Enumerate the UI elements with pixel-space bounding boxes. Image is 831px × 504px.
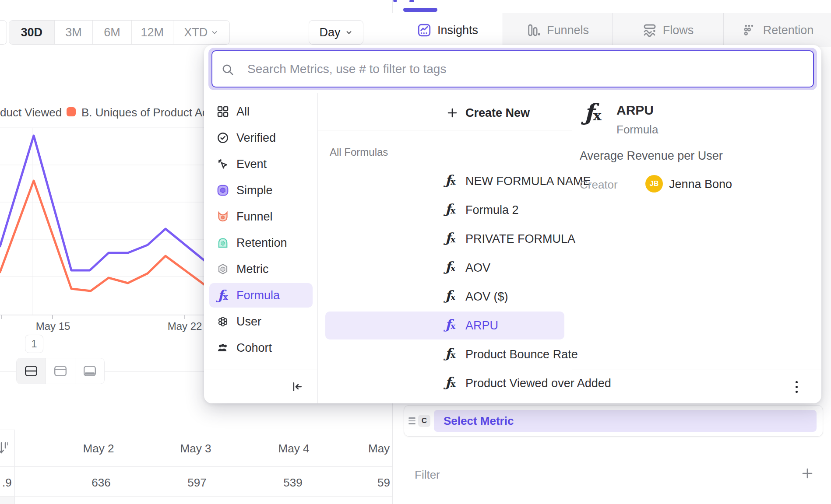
formula-list-item[interactable]: ƒx Formula 2 (317, 196, 572, 224)
sidebar-item-event[interactable]: Event (204, 151, 317, 177)
sidebar-item-cohort[interactable]: Cohort (204, 335, 317, 361)
table-header-cell[interactable]: May 4 (250, 442, 338, 455)
insights-chart-icon (417, 23, 432, 38)
formula-name: Formula 2 (465, 203, 519, 217)
formula-section-title: All Formulas (330, 146, 388, 158)
retention-dots-icon (743, 23, 757, 38)
select-metric-button[interactable]: Select Metric (434, 410, 817, 432)
cohort-people-icon (216, 341, 230, 355)
layout-chart-only-button[interactable] (46, 358, 75, 384)
clipped-toolbar-button[interactable] (0, 20, 7, 45)
formula-list-item[interactable]: ƒx AOV (317, 253, 572, 282)
select-metric-label: Select Metric (444, 414, 514, 428)
formula-list-item[interactable]: ƒx Product Bounce Rate (317, 340, 572, 369)
sidebar-item-all[interactable]: All (204, 98, 317, 125)
sidebar-item-label: Cohort (236, 341, 272, 355)
sidebar-item-user[interactable]: User (204, 308, 317, 335)
formula-name: NEW FORMULA NAME (465, 175, 591, 188)
pagination-page-button[interactable]: 1 (25, 335, 43, 353)
active-tab-indicator (403, 8, 437, 12)
sidebar-item-label: Funnel (236, 210, 273, 224)
table-header-cell[interactable]: May 2 (55, 442, 142, 455)
table-header-cell[interactable]: May 3 (152, 442, 239, 455)
table-next-row-fragment (0, 497, 14, 504)
layout-switcher (16, 358, 105, 384)
fx-icon: ƒx (445, 231, 455, 245)
range-3m-label: 3M (65, 26, 82, 39)
simple-metric-icon (216, 183, 230, 197)
drag-handle-icon[interactable] (408, 417, 416, 424)
formula-list-item[interactable]: ƒx PRIVATE FORMULA (317, 224, 572, 253)
fx-icon: ƒx (445, 318, 455, 331)
tab-retention[interactable]: Retention (723, 13, 831, 47)
range-xtd-button[interactable]: XTD (173, 21, 229, 44)
search-placeholder: Search Metrics, use # to filter to tags (247, 51, 446, 88)
formula-list-item[interactable]: ƒx AOV ($) (317, 282, 572, 311)
creator-label: Creator (580, 178, 618, 192)
sidebar-footer-divider (204, 370, 317, 370)
legend-swatch-b[interactable] (67, 107, 76, 116)
table-cell-clipped: .9 (2, 476, 12, 490)
formula-detail-type: Formula (616, 123, 658, 136)
detail-footer-divider (572, 370, 821, 370)
legend-item-a-label[interactable]: duct Viewed (0, 106, 62, 119)
range-12m-button[interactable]: 12M (132, 21, 173, 44)
tab-flows[interactable]: Flows (612, 13, 723, 47)
chevron-down-icon (345, 28, 353, 36)
create-new-label: Create New (465, 106, 530, 120)
tab-insights[interactable]: Insights (392, 13, 503, 47)
formula-list-item[interactable]: ƒx NEW FORMULA NAME (317, 167, 572, 196)
sidebar-item-formula[interactable]: ƒx Formula (204, 282, 317, 308)
tab-insights-label: Insights (437, 24, 478, 37)
toolbar-divider (0, 44, 392, 44)
layout-split-rows-button[interactable] (17, 358, 46, 384)
formula-name: PRIVATE FORMULA (465, 232, 575, 246)
funnels-bars-icon (526, 23, 541, 38)
legend-item-b-label[interactable]: B. Uniques of Product Add (81, 106, 215, 119)
table-header-cell-clipped[interactable]: May (368, 442, 390, 455)
collapse-sidebar-icon[interactable] (291, 380, 304, 393)
range-12m-label: 12M (141, 26, 164, 39)
user-flower-icon (216, 315, 230, 329)
sidebar-item-label: Formula (236, 289, 280, 302)
granularity-dropdown[interactable]: Day (309, 20, 363, 45)
granularity-label: Day (319, 26, 340, 39)
sidebar-item-verified[interactable]: Verified (204, 125, 317, 151)
range-6m-button[interactable]: 6M (93, 21, 132, 44)
layout-table-only-button[interactable] (75, 358, 104, 384)
formula-list-item-selected[interactable]: ƒx ARPU (317, 311, 572, 340)
sidebar-item-metric[interactable]: Metric (204, 256, 317, 282)
range-30d-button[interactable]: 30D (9, 21, 55, 44)
formula-list-item[interactable]: ƒx Product Viewed over Added (317, 369, 572, 398)
create-new-button[interactable]: Create New (317, 98, 572, 127)
fx-icon: ƒx (445, 203, 455, 216)
fx-icon: ƒx (445, 289, 455, 302)
formula-name: ARPU (465, 319, 498, 332)
sidebar-item-simple[interactable]: Simple (204, 177, 317, 203)
metric-hexagon-icon (216, 262, 230, 276)
sidebar-item-retention[interactable]: Retention (204, 230, 317, 256)
formula-name: Product Viewed over Added (465, 377, 611, 390)
more-options-button[interactable] (794, 381, 799, 393)
creator-name: Jenna Bono (669, 178, 732, 191)
list-divider (317, 130, 572, 130)
formula-detail-description: Average Revenue per User (580, 149, 723, 163)
table-sort-icon[interactable] (0, 440, 8, 457)
sidebar-item-label: Retention (236, 236, 287, 250)
tab-funnels[interactable]: Funnels (503, 13, 612, 47)
tab-retention-label: Retention (763, 24, 814, 37)
add-filter-button[interactable] (800, 466, 814, 480)
clause-letter: C (422, 416, 427, 425)
metric-search-input[interactable]: Search Metrics, use # to filter to tags (211, 50, 814, 88)
avatar: JB (645, 175, 663, 192)
sidebar-item-funnel[interactable]: Funnel (204, 203, 317, 230)
page-number: 1 (31, 338, 37, 350)
formula-detail-fx-icon: ƒx (584, 101, 601, 124)
search-icon (221, 63, 235, 77)
verified-badge-icon (216, 131, 230, 145)
fx-icon: ƒx (445, 260, 455, 273)
range-3m-button[interactable]: 3M (55, 21, 93, 44)
report-tabbar: Insights Funnels Flows Retention (392, 13, 831, 47)
metric-clause-card: C Select Metric (404, 405, 823, 437)
metric-picker-popover: Search Metrics, use # to filter to tags … (204, 45, 821, 403)
